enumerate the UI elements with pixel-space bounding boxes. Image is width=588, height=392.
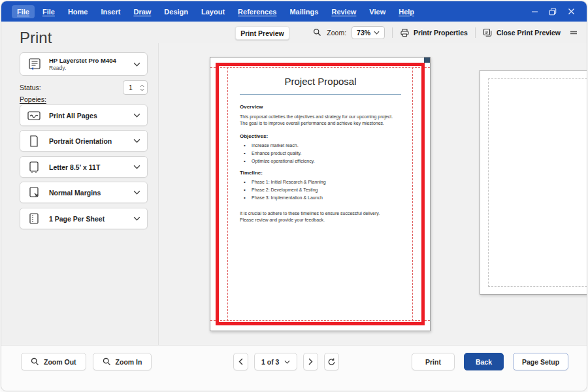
close-icon[interactable] [564,5,578,18]
chevron-right-icon [308,358,313,365]
overview-paragraph: This proposal octieties the objectives a… [240,114,401,127]
zoom-out-label: Zoom Out [44,358,76,366]
toolbar-divider [475,27,476,38]
printer-status: Ready. [49,65,116,71]
printer-device-icon [27,56,42,72]
bottom-action-bar: Zoom Out Zoom In 1 of 3 [1,345,587,391]
previous-page-button[interactable] [233,353,248,370]
stepper-up-icon [140,84,144,88]
refresh-icon [327,357,336,366]
chevron-down-icon [133,165,140,169]
zoom-tool-icon [313,28,321,37]
document-title: Project Proposal [240,76,401,87]
list-item: Optimize operational efficiency. [244,159,401,163]
back-button[interactable]: Back [464,353,504,370]
menu-view[interactable]: View [364,5,391,18]
overview-heading: Overview [240,104,401,110]
overview-line: The goal is to improve overall performan… [240,120,401,127]
chevron-left-icon [238,358,243,365]
menu-file-active[interactable]: File [12,5,35,18]
menu-design[interactable]: Design [159,5,193,18]
chevron-down-icon [374,31,380,35]
margins-select[interactable]: Normal Margins [20,182,148,203]
printer-properties-button[interactable]: Printr Properties [400,28,468,37]
paper-size-icon [27,161,41,174]
list-item: Enhance product quality. [244,151,401,155]
menu-insert[interactable]: Insert [95,5,125,18]
stepper-down-icon [140,88,144,91]
menu-home[interactable]: Home [63,5,93,18]
restore-icon[interactable] [546,5,559,18]
close-print-preview-button[interactable]: Close Print Preview [483,28,561,37]
paper-size-select[interactable]: Letter 8.5' x 11T [20,156,148,178]
timeline-list: Phase 1: Initial Research & Planning Pha… [244,180,401,200]
menu-file[interactable]: File [37,5,60,18]
menu-bar: File File Home Insert Draw Design Layout… [1,5,421,18]
margin-guides [488,78,587,287]
closing-line: Please review and provide your feedback. [240,217,401,223]
title-bar: File File Home Insert Draw Design Layout… [1,1,587,22]
menu-layout[interactable]: Layout [196,5,230,18]
page-corner-marker [424,57,430,63]
page-setup-button[interactable]: Page Setup [513,353,568,370]
print-range-select[interactable]: Print All Pages [20,105,148,126]
chevron-down-icon [133,113,140,118]
printer-properties-label: Printr Properties [414,29,468,37]
print-range-icon [27,110,41,122]
orientation-select[interactable]: Portrait Orientation [20,130,148,152]
zoom-value: 73% [357,29,370,37]
margins-value: Normal Margins [49,189,101,197]
list-item: Phase 3: Implementation & Launch [244,195,401,200]
print-range-value: Print All Pages [49,112,97,120]
toolbar-divider [392,27,393,38]
list-item: Increase market reach. [244,143,401,148]
pages-per-sheet-icon [27,212,41,225]
page-setup-label: Page Setup [522,358,559,366]
copies-value: 1 [129,84,133,91]
page-number-select[interactable]: 1 of 3 [254,353,297,370]
copies-stepper[interactable]: 1 [123,80,148,95]
zoom-in-label: Zoom In [116,358,142,366]
portrait-orientation-icon [27,135,41,148]
chevron-down-icon [133,216,140,221]
magnifier-icon [103,357,111,366]
printer-select[interactable]: HP Layerstet Pro M404 Ready. [20,52,148,76]
print-preview-button[interactable]: Print Preview [235,26,289,40]
pages-per-sheet-select[interactable]: 1 Page Per Sheet [20,208,148,229]
closing-paragraph: It is crucial to adhere to these timelin… [240,210,401,223]
menu-review[interactable]: Review [326,5,361,18]
window-controls [528,5,587,18]
zoom-label: Zoom: [327,29,346,37]
printer-icon [400,28,410,37]
minimize-icon[interactable] [528,5,541,18]
print-label: Print [425,358,441,366]
document-page-1: Project Proposal Overview This proposal … [210,57,431,331]
menu-help[interactable]: Help [393,5,419,18]
title-divider [240,94,401,95]
menu-references[interactable]: References [233,5,282,18]
refresh-preview-button[interactable] [324,353,339,370]
print-settings-sidebar: Print HP Layerstet Pro M404 Ready. Statu… [1,43,158,345]
status-label: Status: [20,84,41,91]
menu-mailings[interactable]: Mailings [284,5,323,18]
menu-draw[interactable]: Draw [128,5,156,18]
document-content: Project Proposal Overview This proposal … [240,76,401,231]
next-page-button[interactable] [303,353,318,370]
timeline-heading: Timeline: [240,170,401,176]
close-preview-icon [483,28,493,37]
overview-line: This proposal octieties the objectives a… [240,114,401,120]
back-label: Back [476,358,492,366]
zoom-in-button[interactable]: Zoom In [93,353,152,370]
zoom-level-select[interactable]: 73% [351,26,385,39]
printer-name: HP Layerstet Pro M404 [49,57,116,65]
chevron-down-icon [133,190,140,195]
print-button[interactable]: Print [412,353,455,370]
page-number-value: 1 of 3 [261,358,279,366]
objectives-heading: Objectives: [240,133,401,139]
orientation-value: Portrait Orientation [49,137,112,145]
chevron-down-icon [133,139,140,143]
list-item: Phase 2: Development & Testing [244,188,401,192]
zoom-out-button[interactable]: Zoom Out [21,353,86,370]
margins-icon [27,186,41,199]
toolbar-overflow-icon[interactable] [570,30,578,35]
